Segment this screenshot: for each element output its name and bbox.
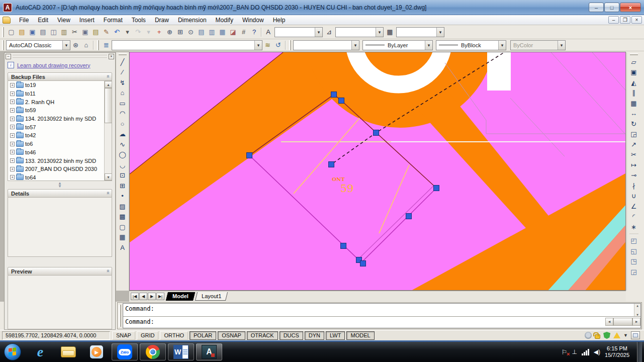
toolbar-button[interactable]: ◡ <box>117 160 128 170</box>
toolbar-button[interactable]: ▢ <box>117 222 128 232</box>
expand-icon[interactable]: + <box>10 158 15 163</box>
taskbar-internet-explorer[interactable]: e <box>27 343 53 360</box>
show-desktop-button[interactable] <box>637 342 642 362</box>
menu-item[interactable]: File <box>15 16 33 25</box>
toolbar-button[interactable]: ∤ <box>628 180 639 191</box>
menu-item[interactable]: Dimension <box>173 16 211 25</box>
chevron-down-icon[interactable]: ▾ <box>62 41 70 50</box>
tree-item[interactable]: + to46 <box>8 148 112 157</box>
toolbar-button[interactable]: ◪ <box>228 27 238 37</box>
taskbar-windows-explorer[interactable] <box>55 343 81 360</box>
scroll-down-icon[interactable]: ▼ <box>634 313 640 316</box>
toolbar-grip[interactable] <box>2 27 4 37</box>
expand-icon[interactable]: + <box>10 175 15 179</box>
expand-icon[interactable]: + <box>10 100 15 104</box>
toolbar-grip[interactable] <box>97 40 99 50</box>
toolbar-button[interactable]: ▥ <box>59 27 69 37</box>
command-window-grip[interactable] <box>119 305 121 327</box>
layout-tab[interactable]: Layout1 <box>195 292 228 301</box>
palette-minimize-icon[interactable]: − <box>6 54 11 59</box>
toolbar-button[interactable]: ∗ <box>628 222 639 232</box>
toolbar-button[interactable]: ⊞ <box>117 180 128 191</box>
layout-tab[interactable]: Model <box>166 292 195 301</box>
preview-header[interactable]: Preview » <box>8 267 112 276</box>
tree-item[interactable]: + 133. 20130922 binh my SDD <box>8 156 112 165</box>
update-shield-icon[interactable] <box>603 332 610 339</box>
tree-item[interactable]: + to64 <box>8 173 112 181</box>
toolbar-button[interactable]: ▱ <box>628 57 639 67</box>
menu-item[interactable]: Format <box>99 16 127 25</box>
status-toggle-button[interactable]: POLAR <box>190 331 216 340</box>
tree-item[interactable]: + 134. 20130922 binh my SDD <box>8 115 112 123</box>
toolbar-button[interactable]: ↔ <box>628 109 639 119</box>
toolbar-button[interactable]: ↯ <box>117 77 128 88</box>
toolbar-grip[interactable] <box>119 53 127 55</box>
toolbar-button[interactable]: ☁ <box>117 129 128 140</box>
toolbar-button[interactable]: ↻ <box>628 119 639 129</box>
toolbar-button[interactable]: ▾ <box>122 27 133 37</box>
toolbar-button[interactable]: ▣ <box>628 67 639 78</box>
toolbar-button[interactable]: ◱ <box>628 246 639 256</box>
start-button[interactable] <box>4 343 21 360</box>
collapse-chevron-icon[interactable]: » <box>105 192 111 194</box>
toolbar-button[interactable]: ▤ <box>90 27 101 37</box>
tree-item[interactable]: + to57 <box>8 123 112 131</box>
toolbar-button[interactable]: ▣ <box>80 27 90 37</box>
status-toggle-button[interactable]: SNAP <box>112 331 135 340</box>
status-toggle-button[interactable]: LWT <box>326 331 345 340</box>
workspace-combo[interactable]: AutoCAD Classic▾ <box>6 40 70 50</box>
mdi-minimize-button[interactable]: – <box>608 16 619 24</box>
expand-icon[interactable]: + <box>10 133 15 138</box>
expand-icon[interactable]: + <box>10 117 15 121</box>
color-combo[interactable]: ▾ <box>293 40 359 50</box>
scroll-right-icon[interactable]: ▶ <box>632 318 640 326</box>
menu-item[interactable]: View <box>53 16 75 25</box>
toolbar-button[interactable]: ◳ <box>628 256 639 267</box>
toolbar-grip[interactable] <box>289 40 291 50</box>
toolbar-button[interactable]: ⊕ <box>164 27 175 37</box>
toolbar-button[interactable]: ↦ <box>628 160 639 170</box>
toolbar-button[interactable]: ▤ <box>17 27 27 37</box>
expand-icon[interactable]: + <box>10 92 15 96</box>
toolbar-button[interactable]: ⌂ <box>117 88 128 99</box>
tab-nav-button[interactable]: ▶| <box>156 293 164 300</box>
toolbar-button[interactable]: A <box>117 242 128 253</box>
action-center-icon[interactable]: ⚐ <box>562 348 568 356</box>
palette-grip[interactable] <box>13 55 107 58</box>
toolbar-button[interactable]: ▦ <box>628 98 639 109</box>
status-toggle-button[interactable]: DYN <box>305 331 324 340</box>
taskbar-media-player[interactable]: ▶ <box>83 343 110 360</box>
volume-icon[interactable]: ◀) <box>594 348 600 355</box>
dim-style-combo[interactable]: ▾ <box>335 27 384 37</box>
panel-splitter[interactable]: ▲▼ <box>8 182 112 186</box>
drawing-canvas[interactable]: ONT 59 <box>129 52 626 291</box>
learn-recovery-link[interactable]: Learn about drawing recovery <box>17 62 90 68</box>
expand-icon[interactable]: + <box>10 150 15 154</box>
toolbar-button[interactable]: # <box>238 27 249 37</box>
status-toggle-button[interactable]: ORTHO <box>160 331 188 340</box>
workspace-settings-button[interactable]: ⊛ <box>70 40 81 50</box>
status-toggle-button[interactable]: OTRACK <box>247 331 278 340</box>
toolbar-button[interactable]: ▾ <box>143 27 154 37</box>
text-style-combo[interactable]: ▾ <box>274 27 323 37</box>
toolbar-button[interactable]: ? <box>249 27 259 37</box>
status-toggle-button[interactable]: MODEL <box>346 331 374 340</box>
mdi-close-button[interactable]: × <box>631 16 642 24</box>
clean-screen-button[interactable] <box>631 331 640 339</box>
toolbar-button[interactable]: ↗ <box>628 139 639 150</box>
layer-combo[interactable]: ▾ <box>112 40 262 50</box>
expand-icon[interactable]: + <box>10 108 15 113</box>
toolbar-button[interactable]: • <box>117 191 128 202</box>
palette-close-icon[interactable]: × <box>109 54 114 59</box>
toolbar-button[interactable]: ▥ <box>207 27 217 37</box>
toolbar-button[interactable]: ▣ <box>27 27 38 37</box>
scrollbar-thumb[interactable] <box>105 88 112 123</box>
toolbar-button[interactable]: ↷ <box>133 27 143 37</box>
chevron-down-icon[interactable]: ▾ <box>254 41 262 50</box>
layer-previous-button[interactable]: ↺ <box>273 40 284 50</box>
close-button[interactable]: × <box>620 3 641 12</box>
coordinates-readout[interactable]: 598195.7702, 1208429.4074, 0.0000 <box>2 331 110 340</box>
toolbar-grip[interactable] <box>2 40 4 50</box>
toolbar-button[interactable]: ╱ <box>117 57 128 67</box>
chevron-down-icon[interactable]: ▾ <box>376 28 383 37</box>
